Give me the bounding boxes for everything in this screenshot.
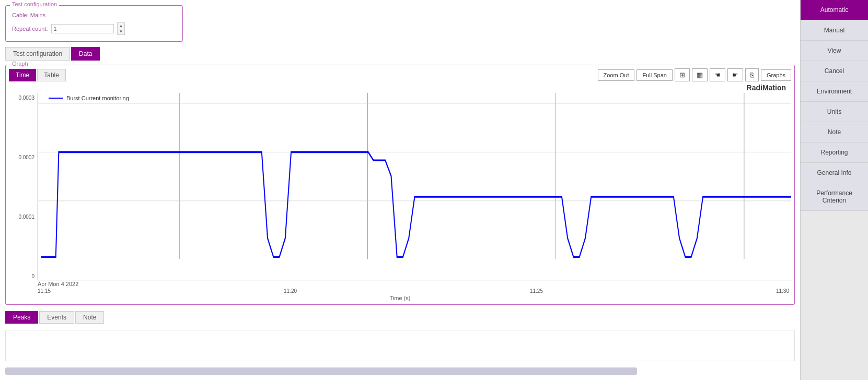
sidebar-btn-view[interactable]: View [801, 41, 868, 61]
sidebar-btn-automatic[interactable]: Automatic [801, 0, 868, 20]
chart-plot: Burst Current monitoring [38, 93, 791, 280]
date-label: Apr Mon 4 2022 [9, 281, 791, 287]
sidebar-btn-performance-criterion[interactable]: Performance Criterion [801, 183, 868, 211]
y-axis: 0.0003 0.0002 0.0001 0 [9, 93, 38, 280]
y-label-0003: 0.0003 [18, 95, 34, 101]
tab-table[interactable]: Table [37, 69, 66, 81]
y-label-0: 0 [31, 274, 34, 279]
sidebar-btn-note[interactable]: Note [801, 122, 868, 142]
tab-peaks[interactable]: Peaks [5, 311, 38, 324]
repeat-count-input[interactable] [51, 24, 114, 33]
x-axis-title: Time (s) [9, 295, 791, 301]
zoom-out-button[interactable]: Zoom Out [598, 69, 635, 81]
repeat-count-spinner[interactable]: ▲ ▼ [117, 22, 125, 35]
horizontal-scrollbar[interactable] [5, 367, 637, 375]
legend-line [49, 98, 63, 99]
pan-left-icon-button[interactable]: ☚ [710, 68, 725, 81]
repeat-count-label: Repeat count: [12, 26, 48, 32]
main-content: Test configuration Cable: Mains Repeat c… [0, 0, 800, 380]
x-label-1120: 11:20 [284, 288, 297, 294]
graph-toolbar: Time Table Zoom Out Full Span ⊞ ▦ ☚ ☛ ⎘ … [9, 68, 791, 81]
grid-icon-button[interactable]: ⊞ [675, 68, 690, 81]
x-label-1130: 11:30 [776, 288, 789, 294]
chart-svg [38, 93, 791, 280]
main-tabs: Test configuration Data [5, 47, 795, 61]
tab-data[interactable]: Data [71, 47, 100, 61]
chart-area: 0.0003 0.0002 0.0001 0 Burst Current mon… [9, 93, 791, 280]
graphs-button[interactable]: Graphs [761, 69, 791, 81]
graph-action-buttons: Zoom Out Full Span ⊞ ▦ ☚ ☛ ⎘ Graphs [598, 68, 791, 81]
x-axis-labels: 11:15 11:20 11:25 11:30 [9, 288, 791, 294]
test-config-legend: Test configuration [10, 1, 59, 7]
chart-title: RadiMation [9, 84, 791, 92]
chart-legend: Burst Current monitoring [49, 95, 129, 101]
sidebar-btn-cancel[interactable]: Cancel [801, 61, 868, 81]
sidebar-btn-environment[interactable]: Environment [801, 81, 868, 102]
y-label-0001: 0.0001 [18, 214, 34, 220]
graph-view-tabs: Time Table [9, 69, 66, 81]
right-sidebar: Automatic Manual View Cancel Environment… [800, 0, 868, 380]
sidebar-btn-reporting[interactable]: Reporting [801, 142, 868, 163]
tab-test-configuration[interactable]: Test configuration [5, 47, 70, 61]
sidebar-btn-units[interactable]: Units [801, 102, 868, 122]
bottom-tabs: Peaks Events Note [5, 311, 795, 324]
graph-panel-label: Graph [10, 61, 30, 67]
tab-events[interactable]: Events [39, 311, 74, 324]
y-label-0002: 0.0002 [18, 155, 34, 160]
repeat-count-row: Repeat count: ▲ ▼ [12, 22, 176, 35]
x-label-1115: 11:15 [38, 288, 51, 294]
legend-label: Burst Current monitoring [66, 95, 129, 101]
grid-alt-icon-button[interactable]: ▦ [692, 68, 708, 81]
chart-container: RadiMation 0.0003 0.0002 0.0001 0 Burst … [9, 84, 791, 301]
tab-time[interactable]: Time [9, 69, 36, 81]
pan-right-icon-button[interactable]: ☛ [727, 68, 743, 81]
sidebar-btn-manual[interactable]: Manual [801, 20, 868, 41]
x-label-1125: 11:25 [530, 288, 543, 294]
bottom-content-area [5, 330, 795, 361]
full-span-button[interactable]: Full Span [636, 69, 672, 81]
cable-label: Cable: Mains [12, 12, 176, 18]
graph-panel: Graph Time Table Zoom Out Full Span ⊞ ▦ … [5, 65, 795, 305]
tab-note[interactable]: Note [75, 311, 104, 324]
copy-icon-button[interactable]: ⎘ [745, 68, 759, 81]
sidebar-btn-general-info[interactable]: General Info [801, 163, 868, 183]
test-config-box: Test configuration Cable: Mains Repeat c… [5, 5, 183, 42]
